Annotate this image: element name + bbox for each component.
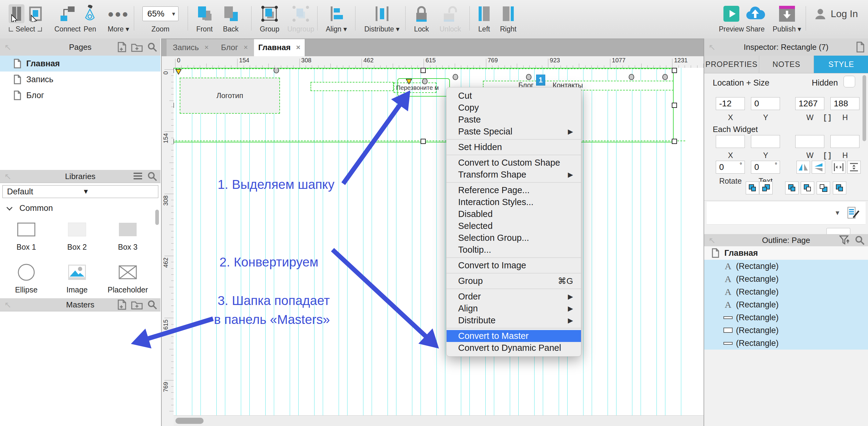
align-right-tool[interactable]: Right xyxy=(500,4,517,33)
align-button-1[interactable] xyxy=(746,182,759,194)
tab-Блог[interactable]: Блог× xyxy=(215,38,254,56)
align-left-tool[interactable]: Left xyxy=(477,4,492,33)
select-intersect-icon[interactable] xyxy=(8,4,25,23)
tab-properties[interactable]: PROPERTIES xyxy=(704,56,759,73)
menu-item-reference-page[interactable]: Reference Page... xyxy=(446,184,581,196)
align-button-2[interactable] xyxy=(759,182,773,194)
rotate-field[interactable]: 0° xyxy=(716,161,745,174)
align-button-4[interactable] xyxy=(801,182,814,194)
collapse-panel-icon[interactable]: ↖ xyxy=(4,42,11,52)
menu-item-cut[interactable]: Cut xyxy=(446,90,581,102)
outline-item-5[interactable]: (Rectangle) xyxy=(704,311,868,324)
collapsed-style-control[interactable] xyxy=(827,228,850,234)
style-scrollbar-thumb[interactable] xyxy=(863,75,866,141)
style-preset-select[interactable]: ▾ xyxy=(707,202,866,224)
tab-Главная[interactable]: Главная× xyxy=(254,38,305,56)
search-icon[interactable] xyxy=(147,171,157,182)
text-rotate-field[interactable]: 0° xyxy=(751,161,780,174)
tab-Запись[interactable]: Запись× xyxy=(166,38,215,56)
x-field[interactable]: -12 xyxy=(716,97,745,110)
menu-item-order[interactable]: Order▶ xyxy=(446,291,581,303)
outline-page-row[interactable]: Главная xyxy=(704,246,868,260)
library-item-box1[interactable]: Box 1 xyxy=(5,221,48,251)
scrollbar-thumb[interactable] xyxy=(176,418,204,424)
search-icon[interactable] xyxy=(147,300,157,310)
flip-horizontal-button[interactable] xyxy=(797,161,810,174)
outline-item-1[interactable]: A(Rectangle) xyxy=(704,260,868,273)
align-button-5[interactable] xyxy=(817,182,830,194)
close-tab-icon[interactable]: × xyxy=(244,43,248,52)
login-control[interactable]: Log In xyxy=(814,4,858,23)
y-field[interactable]: 0 xyxy=(751,97,780,110)
library-item-placeholder[interactable]: Placeholder xyxy=(106,264,149,294)
share-tool[interactable]: Share xyxy=(745,4,765,33)
align-button-3[interactable] xyxy=(785,182,799,194)
pages-item-3[interactable]: Блог xyxy=(0,87,160,103)
menu-item-set-hidden[interactable]: Set Hidden xyxy=(446,141,581,153)
zoom-select[interactable]: 65% ▾ xyxy=(143,6,179,21)
menu-item-tooltip[interactable]: Tooltip... xyxy=(446,244,581,256)
outline-item-7[interactable]: (Rectangle) xyxy=(704,337,868,349)
selection-handle[interactable] xyxy=(421,139,426,144)
distribute-vertical-button[interactable] xyxy=(847,161,861,174)
menu-item-selection-group[interactable]: Selection Group... xyxy=(446,232,581,244)
close-tab-icon[interactable]: × xyxy=(205,43,209,52)
add-page-icon[interactable] xyxy=(117,42,127,52)
library-item-image[interactable]: Image xyxy=(56,264,98,294)
collapse-panel-icon[interactable]: ↖ xyxy=(4,172,11,182)
canvas-horizontal-scrollbar[interactable] xyxy=(174,415,704,426)
outline-item-6[interactable]: (Rectangle) xyxy=(704,324,868,337)
each-h-field[interactable] xyxy=(830,135,860,148)
pen-tool[interactable]: Pen xyxy=(83,4,97,33)
page-icon[interactable] xyxy=(856,41,865,53)
selection-handle[interactable] xyxy=(174,103,174,108)
align-button-6[interactable] xyxy=(833,182,846,194)
connect-tool[interactable]: Connect xyxy=(54,4,81,33)
menu-item-convert-to-master[interactable]: Convert to Master xyxy=(446,330,581,342)
menu-item-copy[interactable]: Copy xyxy=(446,102,581,114)
pages-item-1[interactable]: Главная xyxy=(0,56,160,71)
add-folder-icon[interactable] xyxy=(131,42,143,52)
libraries-scrollbar-thumb[interactable] xyxy=(155,210,159,225)
wireframe-canvas[interactable]: Логотип Перезвоните м Блог 1 Контакты 1.… xyxy=(174,68,704,426)
front-tool[interactable]: Front xyxy=(196,4,213,33)
library-select[interactable]: Default ▼ xyxy=(2,185,158,198)
edit-note-icon[interactable] xyxy=(846,206,860,219)
selection-handle[interactable] xyxy=(421,68,426,73)
group-tool[interactable]: Group xyxy=(260,4,279,33)
library-section-common[interactable]: Common xyxy=(7,204,53,213)
each-w-field[interactable] xyxy=(795,135,824,148)
outline-item-4[interactable]: A(Rectangle) xyxy=(704,298,868,311)
menu-item-paste[interactable]: Paste xyxy=(446,114,581,126)
menu-item-align[interactable]: Align▶ xyxy=(446,303,581,314)
w-field[interactable]: 1267 xyxy=(795,97,824,110)
library-item-ellipse[interactable]: Ellipse xyxy=(5,264,48,294)
hidden-checkbox[interactable] xyxy=(843,76,855,87)
menu-item-distribute[interactable]: Distribute▶ xyxy=(446,314,581,326)
menu-item-selected[interactable]: Selected xyxy=(446,220,581,232)
align-tool[interactable]: Align ▾ xyxy=(326,4,347,33)
flip-vertical-button[interactable] xyxy=(812,161,825,174)
publish-tool[interactable]: Publish ▾ xyxy=(773,4,801,33)
each-y-field[interactable] xyxy=(751,135,780,148)
menu-item-convert-to-dynamic-panel[interactable]: Convert to Dynamic Panel xyxy=(446,342,581,354)
selection-handle[interactable] xyxy=(174,139,174,144)
distribute-tool[interactable]: Distribute ▾ xyxy=(364,4,400,33)
menu-item-disabled[interactable]: Disabled xyxy=(446,208,581,220)
menu-item-transform-shape[interactable]: Transform Shape▶ xyxy=(446,169,581,181)
collapse-panel-icon[interactable]: ↖ xyxy=(709,42,715,52)
menu-item-group[interactable]: Group⌘G xyxy=(446,275,581,287)
add-page-icon[interactable] xyxy=(117,300,127,310)
close-tab-icon[interactable]: × xyxy=(296,43,301,52)
back-tool[interactable]: Back xyxy=(222,4,239,33)
menu-item-interaction-styles[interactable]: Interaction Styles... xyxy=(446,196,581,208)
each-x-field[interactable] xyxy=(716,135,745,148)
collapse-panel-icon[interactable]: ↖ xyxy=(709,235,715,245)
filter-icon[interactable] xyxy=(839,235,850,245)
add-folder-icon[interactable] xyxy=(131,300,143,310)
collapse-panel-icon[interactable]: ↖ xyxy=(4,300,11,310)
lock-tool[interactable]: Lock xyxy=(414,4,429,33)
menu-item-convert-to-image[interactable]: Convert to Image xyxy=(446,260,581,271)
search-icon[interactable] xyxy=(855,235,865,245)
h-field[interactable]: 188 xyxy=(830,97,860,110)
